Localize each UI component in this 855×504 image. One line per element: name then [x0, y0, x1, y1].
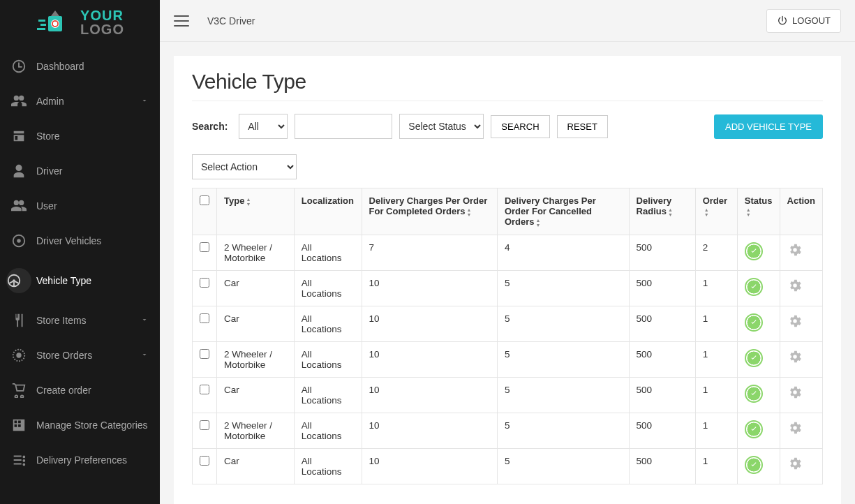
cell-type: Car: [217, 306, 295, 341]
logo-logo: LOGO: [80, 22, 124, 36]
th-radius[interactable]: Delivery Radius: [629, 188, 695, 235]
sidebar-item-label: Store Items: [36, 315, 87, 326]
row-checkbox[interactable]: [200, 385, 209, 394]
logo-your: YOUR: [80, 8, 124, 22]
table-row: Car All Locations 10 5 500 1: [193, 270, 823, 306]
status-active-icon[interactable]: [745, 349, 763, 367]
status-active-icon[interactable]: [745, 278, 763, 296]
cell-order: 1: [695, 306, 737, 341]
cell-action: [780, 235, 822, 270]
cell-order: 1: [695, 341, 737, 377]
dashboard-icon: [11, 59, 27, 74]
cell-action: [780, 448, 822, 484]
gear-icon[interactable]: [787, 385, 803, 400]
chevron-down-icon: [140, 96, 149, 107]
cell-type: Car: [217, 377, 295, 413]
cell-completed: 10: [362, 341, 497, 377]
cell-action: [780, 413, 822, 448]
divider: [192, 101, 823, 101]
logout-button[interactable]: LOGOUT: [766, 9, 841, 33]
action-row: Select Action: [192, 154, 823, 179]
sidebar-item-dashboard[interactable]: Dashboard: [0, 49, 160, 84]
table-row: Car All Locations 10 5 500 1: [193, 448, 823, 484]
sidebar-item-driver[interactable]: Driver: [0, 154, 160, 188]
status-active-icon[interactable]: [745, 313, 763, 332]
row-checkbox[interactable]: [200, 456, 209, 466]
cell-localization: All Locations: [294, 448, 362, 484]
th-completed[interactable]: Delivery Charges Per Order For Completed…: [362, 188, 497, 235]
sort-icon: [467, 207, 472, 217]
search-label: Search:: [192, 121, 228, 132]
row-checkbox[interactable]: [200, 420, 209, 430]
cell-completed: 10: [362, 306, 497, 341]
cell-radius: 500: [629, 377, 695, 413]
svg-rect-6: [40, 24, 46, 26]
cell-order: 1: [695, 413, 737, 448]
vehicle-type-table: Type Localization Delivery Charges Per O…: [192, 188, 823, 484]
select-all-checkbox[interactable]: [200, 195, 209, 205]
sidebar-item-vehicle-type[interactable]: Vehicle Type: [0, 258, 160, 303]
cell-status: [737, 270, 780, 306]
cell-cancelled: 5: [497, 270, 629, 306]
row-checkbox[interactable]: [200, 349, 209, 359]
sidebar-item-store-orders[interactable]: Store Orders: [0, 338, 160, 373]
cell-localization: All Locations: [294, 306, 362, 341]
th-type[interactable]: Type: [217, 188, 295, 235]
sidebar-item-store-items[interactable]: Store Items: [0, 303, 160, 338]
sidebar-item-manage-categories[interactable]: Manage Store Categories: [0, 408, 160, 443]
logo: YOUR LOGO: [0, 0, 160, 49]
svg-point-13: [16, 353, 21, 357]
cell-status: [737, 341, 780, 377]
table-row: Car All Locations 10 5 500 1: [193, 377, 823, 413]
cell-cancelled: 5: [497, 306, 629, 341]
sidebar-item-driver-vehicles[interactable]: Driver Vehicles: [0, 223, 160, 258]
cell-radius: 500: [629, 235, 695, 270]
cell-action: [780, 341, 822, 377]
sidebar-item-label: Driver: [36, 165, 62, 177]
cell-radius: 500: [629, 341, 695, 377]
cell-order: 1: [695, 270, 737, 306]
gear-icon[interactable]: [787, 242, 803, 258]
status-active-icon[interactable]: [745, 456, 763, 474]
sidebar: YOUR LOGO Dashboard Admin Store Driver: [0, 0, 160, 504]
sidebar-item-label: Delivery Preferences: [36, 454, 127, 466]
cell-type: 2 Wheeler / Motorbike: [217, 341, 295, 377]
row-checkbox[interactable]: [200, 313, 209, 323]
cell-radius: 500: [629, 306, 695, 341]
menu-toggle-icon[interactable]: [174, 15, 189, 27]
gear-icon[interactable]: [787, 349, 803, 364]
row-checkbox[interactable]: [200, 278, 209, 288]
filter-status-select[interactable]: Select Status: [399, 114, 484, 139]
cart-icon: [11, 383, 27, 398]
sidebar-item-admin[interactable]: Admin: [0, 84, 160, 119]
filter-field-select[interactable]: All: [239, 114, 288, 139]
cell-completed: 10: [362, 448, 497, 484]
svg-rect-5: [38, 20, 45, 22]
topbar: V3C Driver LOGOUT: [160, 0, 855, 42]
content: Vehicle Type Search: All Select Status S…: [174, 56, 841, 504]
gear-icon[interactable]: [787, 313, 803, 329]
th-status[interactable]: Status: [737, 188, 780, 235]
gear-icon[interactable]: [787, 420, 803, 436]
sidebar-item-store[interactable]: Store: [0, 119, 160, 154]
sort-icon: [746, 207, 751, 217]
sidebar-item-create-order[interactable]: Create order: [0, 373, 160, 408]
gear-icon[interactable]: [787, 456, 803, 471]
th-cancelled[interactable]: Delivery Charges Per Order For Cancelled…: [497, 188, 629, 235]
gear-icon[interactable]: [787, 278, 803, 293]
add-vehicle-type-button[interactable]: ADD VEHICLE TYPE: [714, 114, 823, 139]
status-active-icon[interactable]: [745, 420, 763, 438]
reset-button[interactable]: RESET: [557, 115, 608, 138]
cell-type: 2 Wheeler / Motorbike: [217, 235, 295, 270]
sidebar-item-label: Admin: [36, 96, 64, 107]
row-checkbox[interactable]: [200, 242, 209, 252]
sidebar-item-delivery-preferences[interactable]: Delivery Preferences: [0, 443, 160, 477]
th-order[interactable]: Order: [695, 188, 737, 235]
cell-localization: All Locations: [294, 341, 362, 377]
sidebar-item-user[interactable]: User: [0, 188, 160, 223]
bulk-action-select[interactable]: Select Action: [192, 154, 297, 179]
status-active-icon[interactable]: [745, 242, 763, 260]
search-button[interactable]: SEARCH: [491, 115, 549, 138]
search-input[interactable]: [295, 114, 392, 139]
status-active-icon[interactable]: [745, 385, 763, 403]
